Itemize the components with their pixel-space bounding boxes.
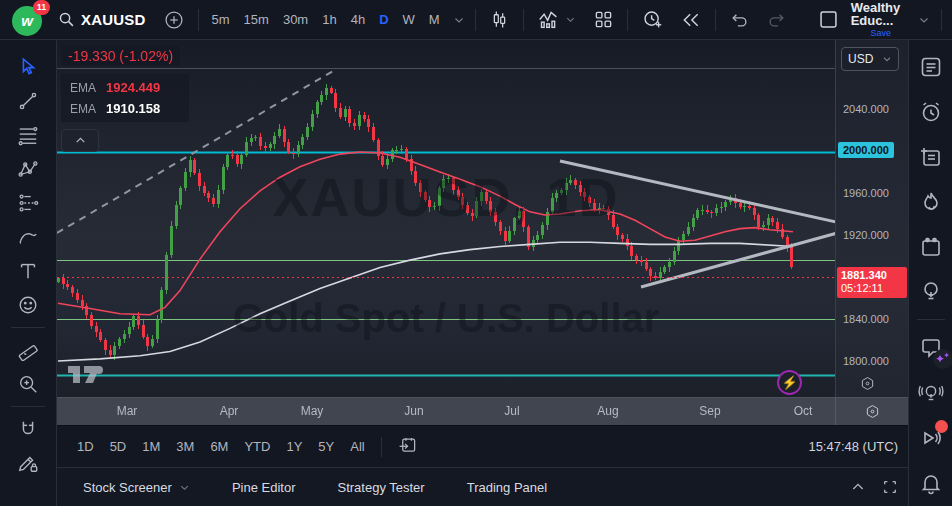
range-button-1y[interactable]: 1Y — [278, 435, 310, 458]
ema-slow-legend-row[interactable]: EMA 1910.158 — [61, 98, 189, 119]
redo-button[interactable] — [759, 4, 794, 36]
clock-utc[interactable]: 15:47:48 (UTC) — [808, 439, 898, 454]
streams-button[interactable] — [913, 419, 949, 457]
lock-drawings-button[interactable] — [9, 446, 47, 479]
ai-sparkles-icon: ✦✦ — [933, 349, 952, 369]
interval-button-1h[interactable]: 1h — [315, 6, 343, 34]
layout-menu-button[interactable] — [913, 4, 935, 36]
undo-icon — [730, 10, 749, 29]
chart-plot-area[interactable]: XAUUSD, 1D Gold Spot / U.S. Dollar -19.3… — [57, 40, 835, 397]
range-button-1m[interactable]: 1M — [134, 435, 168, 458]
range-button-3m[interactable]: 3M — [168, 435, 202, 458]
range-button-6m[interactable]: 6M — [202, 435, 236, 458]
undo-button[interactable] — [722, 4, 757, 36]
layout-grid-button[interactable] — [586, 4, 621, 36]
range-button-1d[interactable]: 1D — [69, 435, 102, 458]
chevron-down-icon — [918, 14, 930, 26]
range-button-all[interactable]: All — [342, 435, 372, 458]
alarm-clock-icon — [919, 100, 943, 124]
legend-collapse-button[interactable] — [61, 129, 99, 152]
panel-maximize-button[interactable] — [882, 479, 898, 495]
interval-switcher: 5m15m30m1h4hDWM — [205, 6, 447, 34]
bottom-tab-strategy-tester[interactable]: Strategy Tester — [325, 474, 436, 501]
chat-ai-button[interactable]: ✦✦ — [913, 329, 949, 367]
brush-tool-button[interactable] — [9, 220, 47, 253]
ema-label: EMA — [70, 102, 96, 116]
cursor-tool-button[interactable] — [9, 50, 47, 83]
measure-tool-button[interactable] — [9, 333, 47, 366]
compare-add-symbol-button[interactable] — [156, 4, 192, 36]
tradingview-logo-watermark[interactable] — [66, 362, 110, 390]
live-streams-button[interactable] — [913, 374, 949, 412]
price-axis-settings-button[interactable] — [860, 376, 875, 393]
range-button-5d[interactable]: 5D — [102, 435, 135, 458]
interval-button-30m[interactable]: 30m — [276, 6, 315, 34]
text-tool-button[interactable] — [9, 254, 47, 287]
maximize-icon — [882, 479, 898, 495]
ideas-button[interactable] — [913, 273, 949, 311]
account-layout-name[interactable]: Wealthy Educ... Save — [851, 1, 911, 38]
bottom-tab-pine-editor[interactable]: Pine Editor — [220, 474, 308, 501]
price-tick-1960: 1960.000 — [843, 187, 889, 199]
last-price-value: 1881.340 — [841, 269, 903, 283]
emoji-tool-button[interactable] — [9, 288, 47, 321]
app-logo[interactable]: w 11 — [6, 3, 48, 37]
panel-expand-button[interactable] — [850, 479, 866, 495]
currency-dropdown[interactable]: USD — [841, 47, 899, 71]
range-button-5y[interactable]: 5Y — [310, 435, 342, 458]
news-button[interactable] — [913, 138, 949, 176]
chart-area: XAUUSD, 1D Gold Spot / U.S. Dollar -19.3… — [57, 40, 908, 506]
interval-more-button[interactable] — [449, 4, 469, 36]
notifications-button[interactable] — [913, 464, 949, 502]
separator — [475, 9, 476, 31]
time-axis[interactable]: MarAprMayJunJulAugSepOct — [57, 397, 835, 425]
top-toolbar: w 11 XAUUSD 5m15m30m1h4hDWM — [0, 0, 952, 40]
create-alert-button[interactable] — [634, 4, 671, 36]
month-label-jun: Jun — [404, 404, 423, 418]
interval-button-15m[interactable]: 15m — [237, 6, 276, 34]
symbol-search-button[interactable]: XAUUSD — [50, 4, 154, 36]
trend-line-tool-button[interactable] — [9, 84, 47, 117]
range-button-ytd[interactable]: YTD — [236, 435, 278, 458]
text-icon — [17, 260, 39, 282]
forecast-tool-button[interactable] — [9, 186, 47, 219]
ema-label: EMA — [70, 81, 96, 95]
separator — [198, 9, 199, 31]
interval-button-4h[interactable]: 4h — [344, 6, 372, 34]
fib-retracement-tool-button[interactable] — [9, 118, 47, 151]
calendar-button[interactable] — [913, 228, 949, 266]
calendar-go-icon — [398, 436, 417, 455]
bottom-tab-trading-panel[interactable]: Trading Panel — [455, 474, 559, 501]
gear-icon — [865, 404, 880, 419]
pattern-tool-button[interactable] — [9, 152, 47, 185]
indicators-button[interactable] — [530, 4, 584, 36]
chevron-down-icon — [565, 14, 576, 25]
hotlists-button[interactable] — [913, 183, 949, 221]
time-axis-settings-button[interactable] — [835, 397, 908, 425]
price-axis[interactable]: USD 1881.340 05:12:11 2040.0002000.00019… — [835, 40, 908, 397]
alert-clock-plus-icon — [642, 9, 663, 30]
magnet-tool-button[interactable] — [9, 412, 47, 445]
chart-style-button[interactable] — [482, 4, 517, 36]
zoom-in-tool-button[interactable] — [9, 367, 47, 400]
bar-replay-button[interactable] — [673, 4, 709, 36]
save-label[interactable]: Save — [871, 29, 892, 38]
month-label-sep: Sep — [699, 404, 720, 418]
alerts-button[interactable] — [913, 93, 949, 131]
interval-button-m[interactable]: M — [422, 6, 447, 34]
bottom-panel-bar: Stock ScreenerPine EditorStrategy Tester… — [57, 467, 908, 506]
instant-trading-badge[interactable]: ⚡ — [777, 370, 802, 395]
live-indicator-dot — [935, 420, 948, 433]
magnet-icon — [17, 418, 39, 440]
go-to-date-button[interactable] — [390, 432, 425, 462]
save-layout-button[interactable] — [810, 4, 847, 36]
interval-button-5m[interactable]: 5m — [205, 6, 237, 34]
month-label-apr: Apr — [220, 404, 239, 418]
pencil-lock-icon — [17, 452, 39, 474]
interval-button-d[interactable]: D — [372, 6, 395, 34]
forecast-icon — [17, 192, 39, 214]
watchlist-button[interactable] — [913, 48, 949, 86]
ema-fast-legend-row[interactable]: EMA 1924.449 — [61, 77, 189, 98]
bottom-tab-stock-screener[interactable]: Stock Screener — [71, 474, 202, 501]
interval-button-w[interactable]: W — [396, 6, 422, 34]
